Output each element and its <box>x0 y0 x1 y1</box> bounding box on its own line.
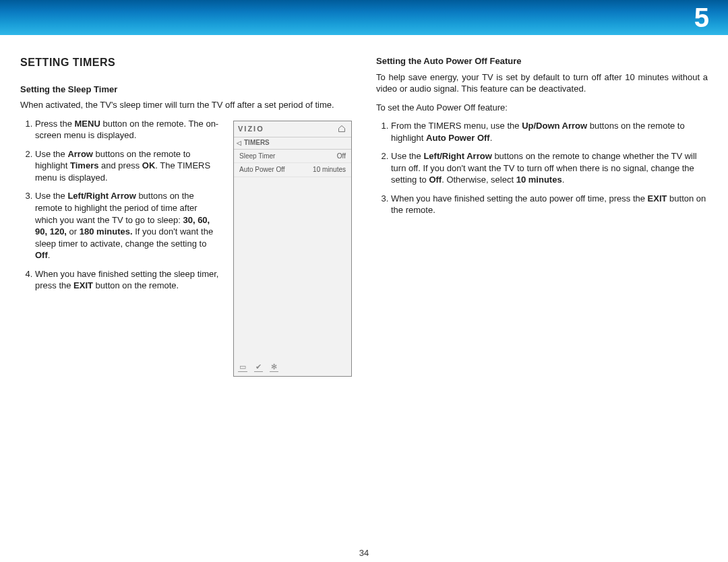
sleep-timer-heading: Setting the Sleep Timer <box>20 84 352 96</box>
page-number: 34 <box>359 548 369 558</box>
wide-icon: ▭ <box>238 363 247 372</box>
osd-logo: VIZIO <box>238 124 264 134</box>
left-inner: Press the MENU button on the remote. The… <box>20 118 352 377</box>
chapter-number: 5 <box>694 3 709 33</box>
step: Use the Left/Right Arrow buttons on the … <box>391 150 708 186</box>
osd-footer: ▭ ✔ ✻ <box>238 363 278 372</box>
osd-breadcrumb-label: TIMERS <box>244 138 270 148</box>
back-arrow-icon: ◁ <box>237 139 241 147</box>
step: Press the MENU button on the remote. The… <box>35 118 222 142</box>
home-icon <box>336 123 347 134</box>
osd-row: Auto Power Off 10 minutes <box>234 163 351 177</box>
osd-row-label: Auto Power Off <box>239 165 285 175</box>
gear-icon: ✻ <box>270 363 278 372</box>
step: When you have finished setting the sleep… <box>35 268 222 292</box>
v-icon: ✔ <box>254 363 263 372</box>
main-heading: SETTING TIMERS <box>20 55 352 70</box>
step: From the TIMERS menu, use the Up/Down Ar… <box>391 120 708 144</box>
step: Use the Left/Right Arrow buttons on the … <box>35 190 222 261</box>
osd-panel: VIZIO ◁ TIMERS Sleep Timer Off Au <box>233 121 352 377</box>
osd-row-value: Off <box>337 152 346 161</box>
osd-row: Sleep Timer Off <box>234 150 351 164</box>
page-body: SETTING TIMERS Setting the Sleep Timer W… <box>0 35 728 377</box>
auto-power-steps: From the TIMERS menu, use the Up/Down Ar… <box>376 120 708 216</box>
left-column: SETTING TIMERS Setting the Sleep Timer W… <box>20 55 352 377</box>
sleep-timer-steps: Press the MENU button on the remote. The… <box>20 118 222 292</box>
osd-breadcrumb: ◁ TIMERS <box>234 137 351 150</box>
header-bar: 5 <box>0 0 728 35</box>
osd-row-label: Sleep Timer <box>239 152 275 161</box>
auto-power-lead: To set the Auto Power Off feature: <box>376 102 708 114</box>
step: Use the Arrow buttons on the remote to h… <box>35 148 222 184</box>
step: When you have finished setting the auto … <box>391 193 708 216</box>
sleep-timer-steps-wrap: Press the MENU button on the remote. The… <box>20 118 222 377</box>
sleep-timer-intro: When activated, the TV's sleep timer wil… <box>20 99 352 111</box>
osd-row-value: 10 minutes <box>313 165 346 175</box>
right-column: Setting the Auto Power Off Feature To he… <box>376 55 708 377</box>
auto-power-heading: Setting the Auto Power Off Feature <box>376 55 708 67</box>
auto-power-intro: To help save energy, your TV is set by d… <box>376 71 708 95</box>
osd-top-bar: VIZIO <box>234 121 351 137</box>
